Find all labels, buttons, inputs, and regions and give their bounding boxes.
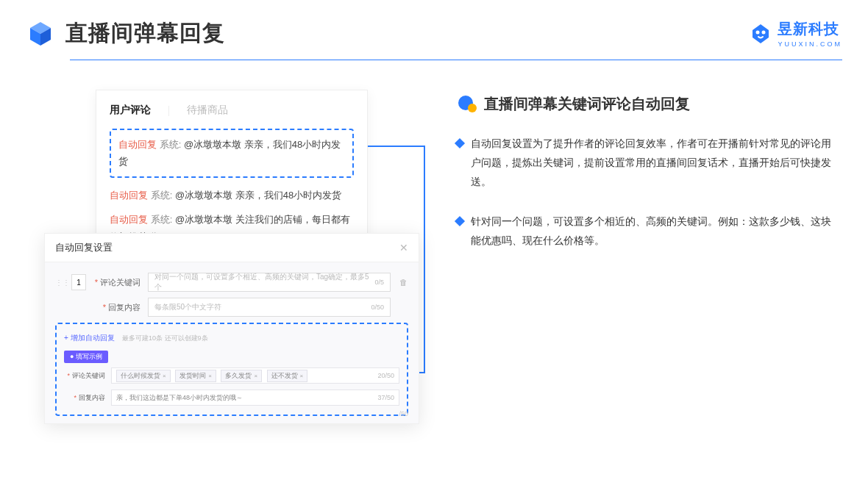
- feature-heading: 直播间弹幕关键词评论自动回复: [484, 94, 690, 114]
- tag-remove-icon: ×: [163, 373, 166, 379]
- tab-products[interactable]: 待播商品: [187, 104, 228, 117]
- example-keyword-label: *评论关键词: [64, 371, 105, 381]
- settings-title: 自动回复设置: [55, 241, 113, 254]
- tab-comments[interactable]: 用户评论: [110, 104, 151, 117]
- keyword-tag[interactable]: 多久发货×: [221, 370, 262, 382]
- example-content-row: *回复内容 亲，我们这边都是下单48小时内发货的哦～ 37/50: [64, 390, 399, 406]
- tag-remove-icon: ×: [254, 373, 257, 379]
- tag-remove-icon: ×: [300, 373, 304, 379]
- placeholder-text: 每条限50个中文字符: [154, 302, 221, 312]
- brand-sub: YUUXIN.COM: [778, 40, 842, 48]
- header: 直播间弹幕回复 昱新科技 YUUXIN.COM: [0, 0, 868, 49]
- tab-divider: [168, 106, 169, 116]
- keyword-input[interactable]: 对同一个问题，可设置多个相近、高频的关键词，Tag确定，最多5个 0/5: [148, 273, 391, 292]
- keyword-label: *评论关键词: [93, 277, 140, 288]
- auto-reply-tag: 自动回复: [110, 214, 148, 225]
- example-area: + 增加自动回复 最多可建10条 还可以创建9条 ● 填写示例 *评论关键词 什…: [55, 323, 408, 416]
- comment-highlight: 自动回复 系统: @冰墩墩本墩 亲亲，我们48小时内发货: [110, 129, 354, 178]
- title-group: 直播间弹幕回复: [26, 18, 225, 49]
- settings-header: 自动回复设置 ✕: [45, 234, 419, 262]
- system-label: 系统:: [160, 139, 182, 150]
- stray-counter: /50: [399, 410, 408, 417]
- add-autoreply-link[interactable]: + 增加自动回复: [64, 334, 115, 342]
- settings-body: ⋮⋮ 1 *评论关键词 对同一个问题，可设置多个相近、高频的关键词，Tag确定，…: [45, 262, 419, 423]
- connector: [368, 146, 425, 147]
- delete-icon[interactable]: 🗑: [398, 278, 408, 287]
- system-label: 系统:: [151, 190, 173, 201]
- diamond-icon: [455, 216, 465, 226]
- drag-handle-icon[interactable]: ⋮⋮: [55, 279, 64, 287]
- page-title: 直播间弹幕回复: [65, 18, 225, 49]
- bullet-text: 针对同一个问题，可设置多个相近的、高频的关键词。例如：这款多少钱、这块能优惠吗、…: [471, 212, 835, 251]
- bullet-text: 自动回复设置为了提升作者的评论回复效率，作者可在开播前针对常见的评论用户问题，提…: [471, 134, 835, 192]
- diamond-icon: [455, 138, 465, 148]
- example-content-text: 亲，我们这边都是下单48小时内发货的哦～: [116, 393, 243, 403]
- brand-name: 昱新科技: [778, 19, 842, 39]
- content-label: *回复内容: [93, 302, 140, 313]
- counter: 20/50: [377, 372, 394, 379]
- content-input[interactable]: 每条限50个中文字符 0/50: [148, 298, 391, 317]
- comment-line: 自动回复 系统: @冰墩墩本墩 亲亲，我们48小时内发货: [118, 136, 345, 171]
- auto-reply-tag: 自动回复: [110, 190, 148, 201]
- settings-card: 自动回复设置 ✕ ⋮⋮ 1 *评论关键词 对同一个问题，可设置多个相近、高频的关…: [44, 233, 419, 424]
- left-column: 用户评论 待播商品 自动回复 系统: @冰墩墩本墩 亲亲，我们48小时内发货 自…: [44, 90, 427, 273]
- tab-row: 用户评论 待播商品: [110, 104, 354, 117]
- example-badge: ● 填写示例: [64, 351, 108, 363]
- comment-line: 自动回复 系统: @冰墩墩本墩 亲亲，我们48小时内发货: [110, 187, 354, 204]
- svg-point-6: [468, 104, 477, 112]
- example-keyword-input[interactable]: 什么时候发货× 发货时间× 多久发货× 还不发货× 20/50: [111, 367, 399, 384]
- counter: 0/50: [371, 304, 384, 311]
- system-label: 系统:: [151, 214, 173, 225]
- example-content-label: *回复内容: [64, 393, 105, 403]
- example-keyword-row: *评论关键词 什么时候发货× 发货时间× 多久发货× 还不发货× 20/50: [64, 367, 399, 384]
- hint-text: 最多可建10条 还可以创建9条: [122, 334, 208, 342]
- main: 用户评论 待播商品 自动回复 系统: @冰墩墩本墩 亲亲，我们48小时内发货 自…: [0, 60, 868, 273]
- keyword-tag[interactable]: 什么时候发货×: [116, 370, 171, 382]
- counter: 37/50: [377, 394, 394, 401]
- keyword-tag[interactable]: 还不发货×: [267, 370, 308, 382]
- cube-icon: [26, 19, 55, 49]
- feature-title: 直播间弹幕关键词评论自动回复: [456, 94, 842, 114]
- tag-remove-icon: ×: [208, 373, 212, 379]
- bullet-item: 针对同一个问题，可设置多个相近的、高频的关键词。例如：这款多少钱、这块能优惠吗、…: [456, 212, 842, 251]
- example-content-input[interactable]: 亲，我们这边都是下单48小时内发货的哦～ 37/50: [111, 390, 399, 406]
- form-row: ⋮⋮ 1 *评论关键词 对同一个问题，可设置多个相近、高频的关键词，Tag确定，…: [55, 273, 408, 292]
- chat-bubble-icon: [456, 96, 477, 113]
- comment-text: @冰墩墩本墩 亲亲，我们48小时内发货: [175, 190, 341, 201]
- form-row: *回复内容 每条限50个中文字符 0/50: [55, 298, 408, 317]
- keyword-tag[interactable]: 发货时间×: [175, 370, 216, 382]
- counter: 0/5: [374, 279, 384, 286]
- connector: [424, 146, 425, 373]
- bullet-item: 自动回复设置为了提升作者的评论回复效率，作者可在开播前针对常见的评论用户问题，提…: [456, 134, 842, 192]
- placeholder-text: 对同一个问题，可设置多个相近、高频的关键词，Tag确定，最多5个: [154, 272, 374, 293]
- right-column: 直播间弹幕关键词评论自动回复 自动回复设置为了提升作者的评论回复效率，作者可在开…: [456, 90, 842, 273]
- close-icon[interactable]: ✕: [399, 242, 408, 254]
- svg-point-3: [756, 30, 760, 34]
- index-box: 1: [71, 274, 86, 290]
- svg-point-4: [762, 30, 766, 34]
- brand-logo: 昱新科技 YUUXIN.COM: [750, 19, 842, 48]
- auto-reply-tag: 自动回复: [118, 139, 157, 150]
